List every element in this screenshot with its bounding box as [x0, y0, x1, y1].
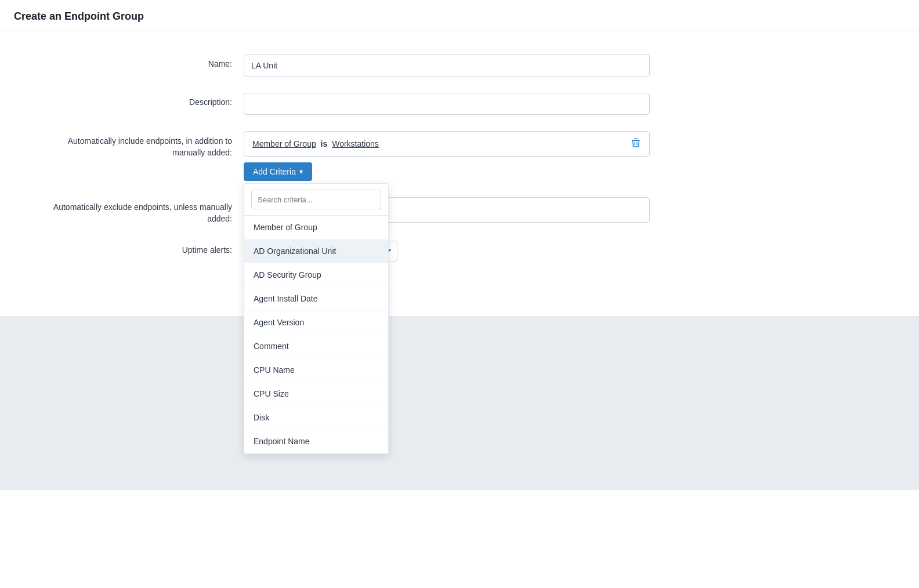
criteria-member-of-group-link[interactable]: Member of Group: [252, 139, 316, 148]
page-container: Create an Endpoint Group Name: Descripti…: [0, 0, 919, 588]
include-label: Automatically include endpoints, in addi…: [46, 131, 244, 158]
criteria-box: Member of Group is Workstations: [244, 131, 650, 157]
include-control: Member of Group is Workstations: [244, 131, 650, 181]
name-input[interactable]: [244, 55, 650, 77]
dropdown-item-ad-org-unit[interactable]: AD Organizational Unit: [244, 239, 388, 263]
form-area: Name: Description: Automatically include…: [0, 31, 696, 316]
page-title: Create an Endpoint Group: [14, 10, 905, 23]
add-criteria-button[interactable]: Add Criteria ▾: [244, 162, 312, 181]
dropdown-item-comment[interactable]: Comment: [244, 335, 388, 358]
description-label: Description:: [46, 93, 244, 107]
bottom-area: [0, 316, 919, 490]
svg-rect-1: [634, 139, 638, 140]
name-row: Name:: [0, 55, 696, 77]
dropdown-item-member-of-group[interactable]: Member of Group: [244, 216, 388, 239]
page-header: Create an Endpoint Group: [0, 0, 919, 31]
dropdown-item-agent-install-date[interactable]: Agent Install Date: [244, 287, 388, 311]
name-label: Name:: [46, 55, 244, 68]
dropdown-item-agent-version[interactable]: Agent Version: [244, 311, 388, 335]
dropdown-container: Member of Group AD Organizational Unit A…: [244, 183, 389, 454]
criteria-text: Member of Group is Workstations: [252, 139, 379, 148]
dropdown-item-endpoint-name[interactable]: Endpoint Name: [244, 430, 388, 453]
dropdown-item-ad-security-group[interactable]: AD Security Group: [244, 263, 388, 287]
add-criteria-container: Add Criteria ▾ Member of Group AD Organi…: [244, 157, 312, 181]
dropdown-search-input[interactable]: [251, 190, 381, 209]
uptime-label: Uptime alerts:: [46, 241, 244, 255]
dropdown-item-cpu-size[interactable]: CPU Size: [244, 382, 388, 406]
dropdown-search-container: [244, 184, 388, 216]
exclude-label: Automatically exclude endpoints, unless …: [46, 197, 244, 224]
include-row: Automatically include endpoints, in addi…: [0, 131, 696, 181]
delete-criteria-icon[interactable]: [631, 137, 641, 150]
dropdown-item-cpu-name[interactable]: CPU Name: [244, 358, 388, 382]
description-input[interactable]: [244, 93, 650, 115]
dropdown-item-disk[interactable]: Disk: [244, 406, 388, 430]
description-control: [244, 93, 650, 115]
criteria-workstations-link[interactable]: Workstations: [332, 139, 379, 148]
chevron-down-icon: ▾: [299, 168, 303, 176]
dropdown-menu: Member of Group AD Organizational Unit A…: [244, 183, 389, 454]
description-row: Description:: [0, 93, 696, 115]
name-control: [244, 55, 650, 77]
criteria-is-text: is: [321, 139, 328, 148]
